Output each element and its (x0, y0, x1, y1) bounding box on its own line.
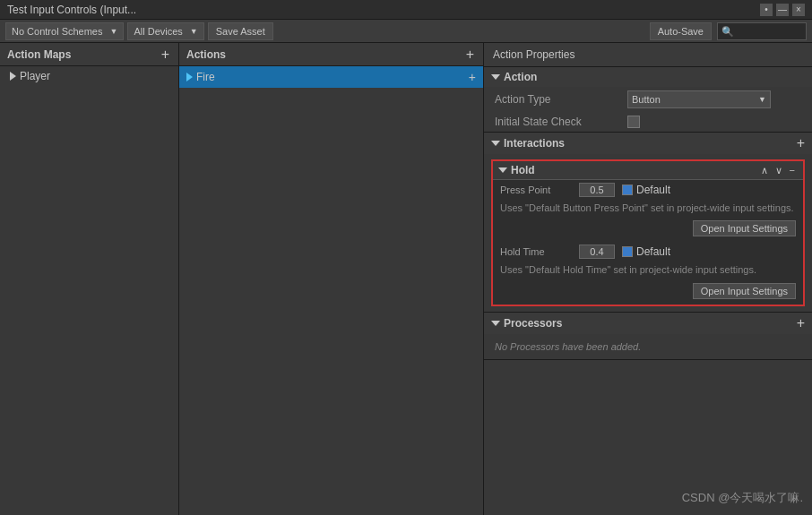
hold-up-button[interactable]: ∧ (758, 165, 771, 176)
processors-title: Processors (504, 317, 562, 330)
press-point-row: Press Point Default (493, 180, 803, 200)
hold-time-default-checkbox[interactable] (622, 246, 633, 257)
processors-collapse-icon (491, 321, 500, 326)
hold-title: Hold (511, 164, 535, 176)
window-controls: • — × (760, 4, 805, 16)
hold-remove-button[interactable]: − (787, 165, 798, 176)
action-map-label: Player (20, 70, 50, 82)
action-add-icon: + (469, 70, 476, 84)
action-section-title: Action (504, 71, 537, 83)
auto-save-button[interactable]: Auto-Save (650, 22, 712, 40)
close-btn[interactable]: × (792, 4, 805, 16)
title-bar: Test Input Controls (Input... • — × (0, 0, 812, 20)
actions-header: Actions + (179, 43, 483, 66)
action-label: Fire (196, 71, 215, 83)
hold-time-label: Hold Time (500, 246, 572, 257)
action-type-dropdown[interactable]: Button ▼ (627, 90, 771, 108)
action-type-icon (186, 73, 193, 82)
processors-empty-text: No Processors have been added. (484, 334, 812, 359)
save-asset-button[interactable]: Save Asset (208, 22, 273, 40)
add-action-map-button[interactable]: + (160, 47, 171, 62)
add-processor-button[interactable]: + (797, 316, 805, 330)
hold-down-button[interactable]: ∨ (773, 165, 785, 176)
hold-time-row: Hold Time Default (493, 242, 803, 262)
press-point-default-checkbox[interactable] (622, 185, 633, 195)
initial-state-row: Initial State Check (484, 112, 812, 132)
action-map-player[interactable]: Player (0, 66, 178, 86)
press-point-desc: Uses "Default Button Press Point" set in… (493, 200, 803, 219)
action-type-value: Button (632, 94, 661, 105)
main-content: Action Maps + Player Actions + Fire + Ac… (0, 43, 812, 515)
action-section: Action Action Type Button ▼ Initial Stat… (484, 67, 812, 133)
interactions-collapse-icon (491, 141, 500, 146)
search-input[interactable] (717, 22, 807, 40)
action-maps-title: Action Maps (7, 48, 71, 61)
all-devices-dropdown[interactable]: All Devices ▼ (127, 22, 203, 40)
action-type-row: Action Type Button ▼ (484, 87, 812, 112)
press-point-default-row: Default (622, 184, 670, 196)
press-point-default-label: Default (636, 184, 670, 196)
properties-header: Action Properties (484, 43, 812, 67)
actions-panel: Actions + Fire + (179, 43, 483, 515)
dropdown-chevron-icon: ▼ (190, 27, 198, 36)
no-control-schemes-dropdown[interactable]: No Control Schemes ▼ (5, 22, 124, 40)
add-action-button[interactable]: + (464, 47, 476, 62)
toolbar: No Control Schemes ▼ All Devices ▼ Save … (0, 20, 812, 43)
initial-state-checkbox[interactable] (627, 116, 640, 128)
dropdown-chevron-icon: ▼ (110, 27, 118, 36)
watermark: CSDN @今天喝水了嘛. (682, 490, 803, 506)
hold-time-default-row: Default (622, 245, 670, 258)
open-input-settings-button-1[interactable]: Open Input Settings (693, 220, 796, 236)
press-point-input[interactable] (579, 183, 615, 197)
dropdown-chevron-icon: ▼ (758, 95, 766, 104)
initial-state-label: Initial State Check (495, 116, 620, 128)
interactions-title: Interactions (504, 137, 565, 150)
processors-section-header: Processors + (484, 313, 812, 334)
minimize-btn[interactable]: — (776, 4, 789, 16)
action-maps-panel: Action Maps + Player (0, 43, 179, 515)
hold-header: Hold ∧ ∨ − (493, 161, 803, 180)
open-input-settings-button-2[interactable]: Open Input Settings (693, 283, 796, 299)
window-title: Test Input Controls (Input... (7, 4, 136, 16)
action-type-label: Action Type (495, 93, 620, 106)
hold-time-input[interactable] (579, 245, 615, 259)
interactions-section: Interactions + Hold ∧ ∨ − Press Point (484, 133, 812, 313)
hold-time-default-label: Default (636, 245, 670, 258)
add-interaction-button[interactable]: + (797, 136, 805, 150)
action-maps-header: Action Maps + (0, 43, 178, 66)
hold-collapse-icon (498, 167, 507, 173)
menu-btn[interactable]: • (760, 4, 773, 16)
actions-title: Actions (186, 48, 226, 61)
processors-section: Processors + No Processors have been add… (484, 313, 812, 360)
hold-controls: ∧ ∨ − (758, 165, 798, 176)
interactions-section-header: Interactions + (484, 133, 812, 154)
hold-interaction-box: Hold ∧ ∨ − Press Point Default (491, 159, 805, 306)
autosave-area: Auto-Save (650, 22, 807, 40)
section-collapse-icon (491, 74, 500, 80)
action-fire[interactable]: Fire + (179, 66, 483, 88)
properties-title: Action Properties (493, 48, 574, 61)
hold-time-desc: Uses "Default Hold Time" set in project-… (493, 262, 803, 280)
properties-panel: Action Properties Action Action Type But… (484, 43, 812, 515)
expand-icon (10, 72, 16, 81)
press-point-label: Press Point (500, 185, 572, 195)
action-section-header: Action (484, 67, 812, 87)
left-panels: Action Maps + Player Actions + Fire + (0, 43, 484, 515)
